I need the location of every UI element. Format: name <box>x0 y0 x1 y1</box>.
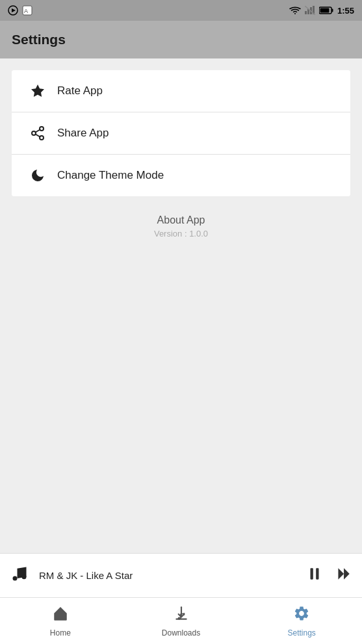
rate-app-label: Rate App <box>57 84 103 97</box>
about-title: About App <box>0 214 362 226</box>
nav-label-settings: Settings <box>288 628 316 638</box>
change-theme-label: Change Theme Mode <box>57 169 164 182</box>
svg-marker-1 <box>12 8 16 12</box>
svg-rect-11 <box>320 8 329 13</box>
bottom-nav: Home Downloads Settings <box>0 597 362 644</box>
svg-point-17 <box>13 576 18 580</box>
svg-marker-22 <box>344 568 350 579</box>
now-playing-track: RM & JK - Like A Star <box>39 570 306 581</box>
nav-item-downloads[interactable]: Downloads <box>121 600 242 643</box>
status-bar-left: A <box>8 5 32 16</box>
nav-item-home[interactable]: Home <box>0 600 121 643</box>
nav-item-settings[interactable]: Settings <box>241 600 362 643</box>
share-icon <box>27 125 48 141</box>
change-theme-item[interactable]: Change Theme Mode <box>12 155 350 196</box>
pause-button[interactable] <box>306 565 323 586</box>
playback-controls <box>306 565 352 586</box>
svg-marker-21 <box>338 568 344 579</box>
fast-forward-button[interactable] <box>335 565 352 586</box>
about-version: Version : 1.0.0 <box>0 229 362 238</box>
nav-label-downloads: Downloads <box>162 628 200 638</box>
wifi-icon <box>289 6 301 15</box>
svg-rect-19 <box>311 568 313 579</box>
svg-line-15 <box>36 135 40 137</box>
music-note-icon <box>10 565 34 587</box>
svg-point-18 <box>22 574 27 579</box>
settings-card: Rate App Share App Change <box>12 70 350 196</box>
status-bar-right: 1:55 <box>289 6 354 16</box>
svg-rect-20 <box>316 568 318 579</box>
font-icon: A <box>22 5 32 16</box>
svg-rect-4 <box>305 11 307 14</box>
home-icon <box>52 605 69 626</box>
moon-icon <box>27 168 48 183</box>
battery-icon <box>319 6 333 14</box>
svg-rect-10 <box>331 9 333 12</box>
status-bar: A 1:55 <box>0 0 362 21</box>
star-icon <box>27 83 48 99</box>
rate-app-item[interactable]: Rate App <box>12 70 350 112</box>
play-icon <box>8 5 18 16</box>
status-time: 1:55 <box>337 6 354 16</box>
svg-text:A: A <box>24 8 28 14</box>
now-playing-bar: RM & JK - Like A Star <box>0 553 362 597</box>
page-title: Settings <box>12 32 66 47</box>
share-app-item[interactable]: Share App <box>12 112 350 155</box>
signal-icon <box>305 6 315 15</box>
nav-label-home: Home <box>50 628 71 638</box>
main-content: Rate App Share App Change <box>0 58 362 553</box>
about-section: About App Version : 1.0.0 <box>0 214 362 238</box>
app-header: Settings <box>0 21 362 58</box>
settings-icon <box>293 605 310 626</box>
downloads-icon <box>173 605 190 626</box>
svg-line-16 <box>36 130 40 133</box>
share-app-label: Share App <box>57 127 109 140</box>
